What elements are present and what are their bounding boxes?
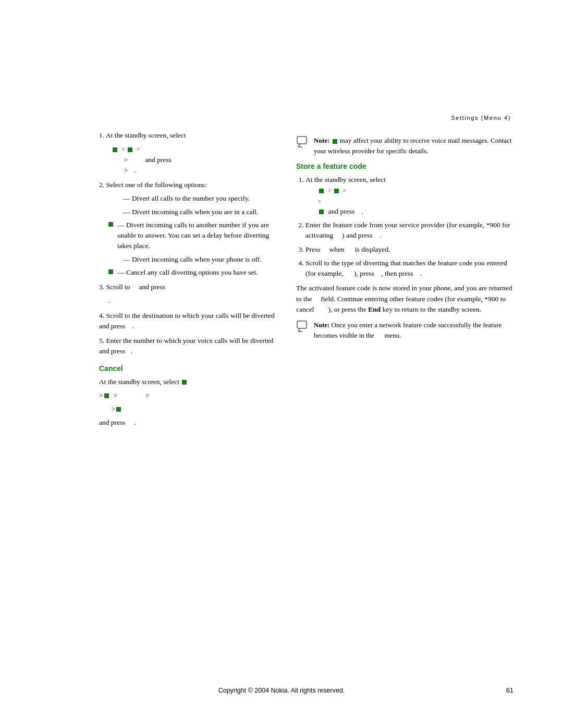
- activated-text: The activated feature code is now stored…: [296, 283, 513, 315]
- svg-rect-0: [297, 137, 307, 144]
- left-column: 1. At the standby screen, select > > > a…: [99, 130, 276, 431]
- footer-copyright: Copyright © 2004 Nokia. All rights reser…: [218, 687, 345, 694]
- green-sq-note: [333, 139, 337, 144]
- cancel-title: Cancel: [99, 364, 276, 373]
- green-sq-cancel1: [182, 380, 187, 385]
- store-step-4: Scroll to the type of diverting that mat…: [305, 258, 513, 279]
- cancel-section: Cancel At the standby screen, select > >…: [99, 364, 276, 428]
- store-step-3: Press when is displayed.: [305, 244, 513, 255]
- right-column: Note: may affect your ability to receive…: [296, 130, 513, 431]
- green-sq-cancel2: [104, 393, 109, 398]
- store-feature-title: Store a feature code: [296, 162, 513, 170]
- page-container: Settings (Menu 4) 1. At the standby scre…: [0, 0, 563, 728]
- cancel-press: and press .: [99, 417, 276, 428]
- green-sq-s1b: [334, 189, 339, 193]
- green-sq-s1a: [319, 189, 324, 193]
- note-text-1: Note: may affect your ability to receive…: [314, 135, 513, 156]
- step2-intro: 2. Select one of the following options:: [99, 180, 276, 190]
- green-square-opt3: [108, 222, 113, 227]
- section-header: Settings (Menu 4): [451, 115, 511, 121]
- step4-text: 4. Scroll to the destination to which yo…: [99, 311, 276, 332]
- note-box-2: Note: Once you enter a network feature c…: [296, 320, 513, 340]
- store-step-2: Enter the feature code from your service…: [305, 220, 513, 241]
- green-sq-s1c: [319, 209, 324, 214]
- note-text-2: Note: Once you enter a network feature c…: [314, 320, 513, 340]
- cancel-nav: > > >: [99, 390, 276, 401]
- note-box-1: Note: may affect your ability to receive…: [296, 135, 513, 156]
- note-icon-2: [296, 320, 310, 334]
- store-feature-code-section: Store a feature code At the standby scre…: [296, 162, 513, 340]
- green-sq-cancel3: [116, 407, 121, 412]
- cancel-nav2: >: [99, 404, 276, 414]
- step1-detail: > > > and press > .: [112, 144, 276, 176]
- store-feature-steps: At the standby screen, select > > >: [296, 175, 513, 279]
- step5-text: 5. Enter the number to which your voice …: [99, 336, 276, 357]
- step3-text: 3. Scroll to and press: [99, 282, 276, 292]
- divert-options-list: — Divert all calls to the number you spe…: [107, 193, 276, 278]
- green-square-opt5: [108, 269, 113, 274]
- store-step-1: At the standby screen, select > > >: [305, 175, 513, 217]
- cancel-text: At the standby screen, select: [99, 377, 276, 387]
- svg-rect-1: [297, 321, 307, 328]
- green-square-2: [128, 147, 132, 152]
- page-number: 61: [506, 687, 513, 694]
- note-icon-1: [296, 135, 310, 149]
- step1-intro: 1. At the standby screen, select: [99, 130, 276, 141]
- green-square-1: [113, 147, 117, 152]
